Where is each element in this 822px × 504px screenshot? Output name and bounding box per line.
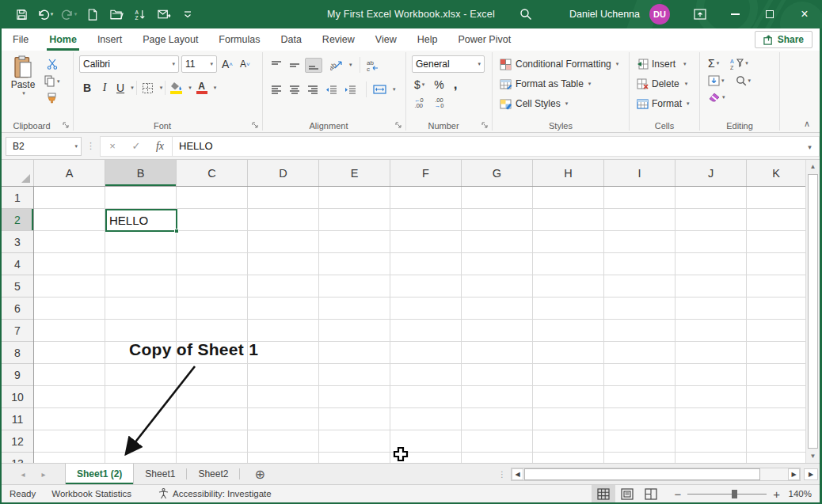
customize-qat-button[interactable]	[177, 4, 198, 25]
font-dialog-launcher[interactable]	[252, 122, 259, 129]
zoom-slider[interactable]	[687, 494, 767, 495]
borders-button[interactable]	[139, 81, 156, 96]
sheet-tab-sheet1[interactable]: Sheet1	[134, 464, 186, 484]
column-header-k[interactable]: K	[747, 160, 805, 186]
row-header-7[interactable]: 7	[2, 320, 33, 342]
tab-page-layout[interactable]: Page Layout	[132, 28, 208, 51]
column-header-d[interactable]: D	[248, 160, 319, 186]
zoom-level[interactable]: 140%	[786, 489, 820, 498]
copy-button[interactable]: ▾	[42, 74, 63, 89]
decrease-decimal-button[interactable]: .00→0	[432, 96, 447, 110]
horizontal-scroll-thumb[interactable]	[524, 468, 760, 480]
collapse-ribbon-button[interactable]: ∧	[804, 119, 810, 129]
formula-input[interactable]: HELLO	[173, 136, 801, 157]
row-header-3[interactable]: 3	[2, 231, 33, 253]
ribbon-display-options-button[interactable]	[683, 0, 717, 28]
find-select-button[interactable]: ▾	[733, 74, 754, 88]
clipboard-dialog-launcher[interactable]	[63, 122, 70, 129]
formula-bar-grip[interactable]: ⋮	[86, 141, 95, 151]
cancel-button[interactable]: ×	[101, 140, 124, 152]
new-file-button[interactable]	[82, 4, 103, 25]
scroll-up-button[interactable]: ▲	[806, 160, 820, 173]
row-header-1[interactable]: 1	[2, 187, 33, 209]
column-header-b[interactable]: B	[105, 160, 177, 186]
page-break-preview-button[interactable]	[639, 485, 663, 502]
merge-center-button[interactable]	[371, 82, 389, 97]
font-size-select[interactable]: 11▾	[181, 55, 217, 73]
save-button[interactable]	[11, 4, 32, 25]
format-as-table-button[interactable]: Format as Table▾	[498, 75, 625, 93]
maximize-button[interactable]	[752, 0, 787, 28]
search-button[interactable]	[514, 8, 538, 21]
percent-style-button[interactable]: %	[432, 77, 446, 93]
expand-formula-bar-button[interactable]: ▾	[801, 136, 820, 157]
column-header-c[interactable]: C	[177, 160, 248, 186]
row-header-8[interactable]: 8	[2, 342, 33, 364]
sort-ascending-button[interactable]: AZ	[130, 4, 150, 25]
align-left-button[interactable]	[268, 83, 284, 97]
font-family-select[interactable]: Calibri▾	[79, 55, 179, 73]
avatar[interactable]: DU	[649, 4, 670, 25]
format-painter-button[interactable]	[42, 91, 63, 105]
number-dialog-launcher[interactable]	[481, 122, 489, 129]
tab-file[interactable]: File	[0, 28, 39, 51]
select-all-button[interactable]	[2, 160, 34, 186]
workbook-statistics-button[interactable]: Workbook Statistics	[44, 489, 139, 498]
row-header-12[interactable]: 12	[2, 430, 33, 453]
tab-insert[interactable]: Insert	[87, 28, 132, 51]
align-bottom-button[interactable]	[305, 58, 322, 73]
accounting-format-button[interactable]: $▾	[412, 77, 427, 93]
column-header-g[interactable]: G	[462, 160, 533, 186]
insert-cells-button[interactable]: Insert▾	[635, 55, 695, 73]
align-center-button[interactable]	[287, 83, 303, 97]
cell-styles-button[interactable]: Cell Styles▾	[498, 95, 625, 112]
cut-button[interactable]	[42, 57, 63, 71]
increase-indent-button[interactable]	[342, 83, 359, 97]
align-top-button[interactable]	[268, 59, 284, 72]
delete-cells-button[interactable]: Delete▾	[635, 75, 695, 93]
increase-decimal-button[interactable]: ←0.00	[412, 96, 426, 110]
row-header-10[interactable]: 10	[2, 386, 33, 408]
undo-button[interactable]: ▾	[35, 4, 55, 25]
tab-home[interactable]: Home	[39, 28, 87, 51]
email-button[interactable]	[154, 4, 174, 25]
share-button[interactable]: Share	[755, 31, 812, 48]
number-format-select[interactable]: General▾	[412, 55, 485, 73]
redo-button[interactable]: ▾	[59, 4, 79, 25]
alignment-dialog-launcher[interactable]	[395, 122, 402, 129]
sheet-tab-sheet2[interactable]: Sheet2	[187, 464, 239, 484]
paste-button[interactable]: Paste ▾	[7, 55, 39, 105]
conditional-formatting-button[interactable]: Conditional Formatting▾	[498, 55, 625, 73]
open-file-button[interactable]	[106, 4, 127, 25]
scroll-right-inner-button[interactable]: ▶	[788, 468, 800, 480]
vertical-scrollbar[interactable]: ▲ ▼	[805, 160, 820, 463]
column-header-i[interactable]: I	[604, 160, 675, 186]
sheetbar-grip[interactable]: ⋮	[498, 470, 506, 479]
sheet-nav-left-button[interactable]: ◂	[13, 470, 33, 479]
column-header-a[interactable]: A	[34, 160, 105, 186]
zoom-in-button[interactable]: +	[773, 487, 780, 501]
align-right-button[interactable]	[305, 83, 321, 97]
vertical-scroll-thumb[interactable]	[808, 174, 818, 449]
row-header-11[interactable]: 11	[2, 408, 33, 430]
decrease-indent-button[interactable]	[323, 83, 340, 97]
horizontal-scrollbar[interactable]: ◀ ▶	[511, 468, 801, 481]
row-header-9[interactable]: 9	[2, 364, 33, 386]
font-color-button[interactable]: A	[194, 81, 210, 96]
column-header-h[interactable]: H	[533, 160, 604, 186]
fill-button[interactable]: ▾	[706, 74, 727, 88]
italic-button[interactable]: I	[97, 80, 112, 96]
fill-color-button[interactable]	[168, 81, 185, 96]
sheet-nav-right-button[interactable]: ▸	[33, 470, 54, 479]
close-button[interactable]: ×	[787, 0, 822, 28]
bold-button[interactable]: B	[79, 80, 95, 96]
row-header-6[interactable]: 6	[2, 297, 33, 320]
row-header-4[interactable]: 4	[2, 253, 33, 275]
scroll-down-button[interactable]: ▼	[806, 449, 820, 463]
tab-help[interactable]: Help	[407, 28, 448, 51]
tab-formulas[interactable]: Formulas	[208, 28, 270, 51]
decrease-font-button[interactable]: A˅	[238, 57, 253, 71]
row-header-13[interactable]: 13	[2, 453, 33, 463]
zoom-out-button[interactable]: −	[674, 487, 681, 501]
column-header-j[interactable]: J	[675, 160, 747, 186]
